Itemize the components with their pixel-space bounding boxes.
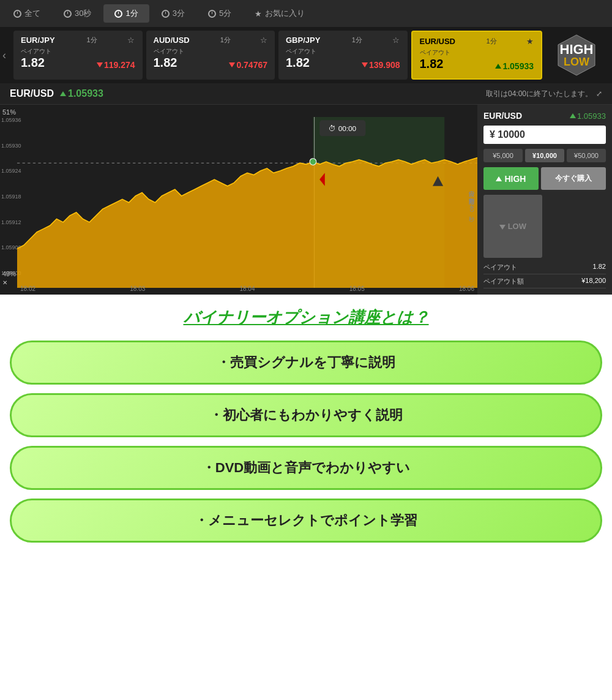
card-eurjpy-payout-value: 1.82 <box>21 56 51 70</box>
payout-amount-value: ¥18,200 <box>581 277 606 286</box>
amount-input[interactable]: ¥ 10000 <box>483 126 606 144</box>
chart-side-label: 次回の判定時刻まで60秒 <box>466 185 477 214</box>
card-audusd-payout-value: 1.82 <box>154 56 184 70</box>
pricebar-tri-up <box>60 91 66 96</box>
time-label-4: 18:05 <box>349 285 365 292</box>
nav-tab-1m[interactable]: 1分 <box>103 4 149 23</box>
qty-btn-5000[interactable]: ¥5,000 <box>483 149 523 162</box>
card-gbpjpy-body: ペイアウト 1.82 139.908 <box>286 47 400 70</box>
card-audusd[interactable]: AUD/USD 1分 ☆ ペイアウト 1.82 0.74767 <box>146 31 275 80</box>
nav-tab-all-label: 全て <box>24 8 40 19</box>
payout-amount-label: ペイアウト額 <box>483 277 524 286</box>
card-gbpjpy-payout-value: 1.82 <box>286 56 316 70</box>
nav-tab-30s[interactable]: 30秒 <box>53 4 102 23</box>
hl-text-low: LOW <box>564 56 589 67</box>
price-label-3: 1.05924 <box>1 168 16 174</box>
card-gbpjpy-star[interactable]: ☆ <box>392 36 400 45</box>
star-icon: ★ <box>255 9 262 18</box>
nav-arrow-left[interactable]: ‹ <box>0 49 9 62</box>
panel-header: EUR/USD 1.05933 <box>483 111 606 121</box>
btn-buy[interactable]: 今すぐ購入 <box>541 167 606 190</box>
feature-item-3: ・DVD動画と音声でわかりやすい <box>10 446 602 490</box>
card-eurusd-price: 1.05933 <box>495 61 534 71</box>
chart-x-close[interactable]: ✕ <box>2 279 7 286</box>
card-eurusd-time: 1分 <box>485 37 496 46</box>
card-gbpjpy-price: 139.908 <box>362 60 400 70</box>
clock-icon-1m <box>114 10 122 18</box>
tri-up-icon <box>495 64 501 69</box>
card-eurusd-header: EUR/USD 1分 ★ <box>420 37 534 46</box>
card-gbpjpy-time: 1分 <box>351 36 362 45</box>
section-title: バイナリーオプション講座とは？ <box>10 307 602 328</box>
cards-row: ‹ EUR/JPY 1分 ☆ ペイアウト 1.82 119.274 AUD/US… <box>0 27 612 83</box>
chart-percent-top: 51% <box>2 108 16 116</box>
card-eurjpy-header: EUR/JPY 1分 ☆ <box>21 36 135 45</box>
info-row-payout: ペイアウト 1.82 <box>483 263 606 274</box>
time-label-2: 18:03 <box>130 285 145 292</box>
nav-tab-all[interactable]: 全て <box>2 4 51 23</box>
card-audusd-price: 0.74767 <box>229 60 267 70</box>
svg-text:⏱ 00:00: ⏱ 00:00 <box>329 124 356 133</box>
btn-high-icon <box>496 176 502 181</box>
qty-btn-50000[interactable]: ¥50,000 <box>567 149 606 162</box>
clock-icon <box>13 10 21 18</box>
price-label-5: 1.05912 <box>1 219 16 225</box>
feature-item-2: ・初心者にもわかりやすく説明 <box>10 393 602 437</box>
price-label-4: 1.05918 <box>1 194 16 200</box>
card-eurusd[interactable]: EUR/USD 1分 ★ ペイアウト 1.82 1.05933 <box>411 31 543 80</box>
btn-low-label: LOW <box>508 222 526 231</box>
card-eurjpy-price: 119.274 <box>97 60 135 70</box>
card-eurjpy-payout: ペイアウト 1.82 <box>21 47 51 70</box>
price-label-2: 1.05930 <box>1 143 16 149</box>
card-audusd-time: 1分 <box>219 36 231 45</box>
tri-down-icon <box>97 62 103 67</box>
card-audusd-star[interactable]: ☆ <box>260 36 267 45</box>
card-audusd-payout: ペイアウト 1.82 <box>154 47 184 70</box>
lower-section: バイナリーオプション講座とは？ ・売買シグナルを丁寧に説明 ・初心者にもわかりや… <box>0 295 612 570</box>
card-eurjpy-time: 1分 <box>86 36 97 45</box>
btn-high-label: HIGH <box>504 174 526 184</box>
card-eurjpy-star[interactable]: ☆ <box>127 36 135 45</box>
card-eurusd-body: ペイアウト 1.82 1.05933 <box>420 48 534 71</box>
btn-low-icon <box>499 225 506 230</box>
highlow-logo: HIGH LOW <box>546 31 607 80</box>
qty-btn-10000[interactable]: ¥10,000 <box>525 149 564 162</box>
tri-down-icon-3 <box>362 62 368 67</box>
card-audusd-body: ペイアウト 1.82 0.74767 <box>154 47 268 70</box>
top-nav: 全て 30秒 1分 3分 5分 ★ お気に入り <box>0 0 612 27</box>
time-label-3: 18:04 <box>239 285 255 292</box>
card-eurusd-star[interactable]: ★ <box>526 37 534 46</box>
card-eurusd-payout-label: ペイアウト <box>420 48 450 57</box>
card-eurusd-payout: ペイアウト 1.82 <box>420 48 450 71</box>
nav-tab-3m[interactable]: 3分 <box>151 4 196 23</box>
card-audusd-payout-label: ペイアウト <box>154 47 184 56</box>
card-gbpjpy[interactable]: GBP/JPY 1分 ☆ ペイアウト 1.82 139.908 <box>278 31 408 80</box>
chart-svg: ⏱ 00:00 <box>17 117 477 288</box>
panel-tri-up <box>570 113 576 118</box>
card-eurusd-payout-value: 1.82 <box>420 57 450 71</box>
card-gbpjpy-name: GBP/JPY <box>286 36 320 45</box>
card-gbpjpy-payout-label: ペイアウト <box>286 47 316 56</box>
nav-tab-fav[interactable]: ★ お気に入り <box>244 4 316 23</box>
high-low-buttons: HIGH 今すぐ購入 <box>483 167 606 190</box>
nav-tab-3m-label: 3分 <box>173 8 185 19</box>
nav-tab-fav-label: お気に入り <box>265 8 305 19</box>
card-gbpjpy-payout: ペイアウト 1.82 <box>286 47 316 70</box>
feature-item-4: ・メニューセレクトでポイント学習 <box>10 499 602 543</box>
panel-info: ペイアウト 1.82 ペイアウト額 ¥18,200 <box>483 263 606 288</box>
btn-high[interactable]: HIGH <box>483 167 539 190</box>
card-eurjpy-payout-label: ペイアウト <box>21 47 51 56</box>
card-eurusd-name: EUR/USD <box>420 37 456 46</box>
btn-low[interactable]: LOW <box>483 195 542 258</box>
card-eurjpy[interactable]: EUR/JPY 1分 ☆ ペイアウト 1.82 119.274 <box>13 31 143 80</box>
price-labels: 1.05936 1.05930 1.05924 1.05918 1.05912 … <box>0 117 17 276</box>
nav-tab-5m[interactable]: 5分 <box>197 4 242 23</box>
clock-icon-3m <box>162 10 170 18</box>
quick-amounts: ¥5,000 ¥10,000 ¥50,000 <box>483 149 606 162</box>
price-bar-symbol: EUR/USD <box>10 88 54 99</box>
time-label-5: 18:06 <box>459 285 474 292</box>
price-label-1: 1.05936 <box>1 117 16 123</box>
hl-text-high: HIGH <box>560 43 594 56</box>
expand-icon[interactable]: ⤢ <box>596 89 602 98</box>
price-bar-right: 取引は04:00に終了いたします。 ⤢ <box>486 89 602 99</box>
